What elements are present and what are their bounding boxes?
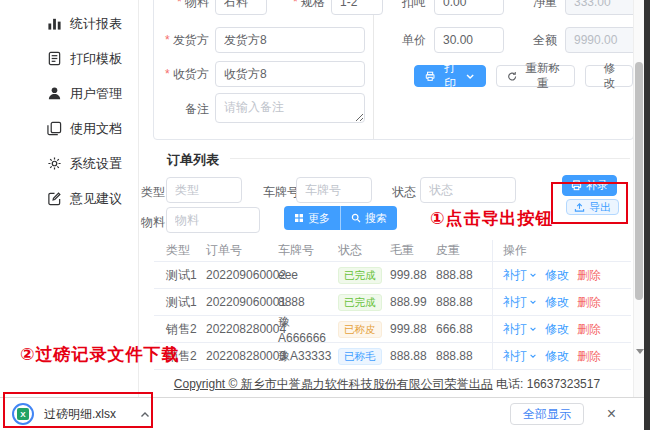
bar-chart-icon	[47, 16, 62, 31]
print-button[interactable]: 打印	[414, 65, 486, 87]
documents-icon	[47, 121, 62, 136]
filter-status-label: 状态	[392, 184, 416, 201]
reprint-link[interactable]: 补打	[503, 294, 537, 311]
modify-order-button[interactable]: 修改	[585, 65, 633, 87]
form-column-divider	[373, 0, 374, 139]
reprint-link[interactable]: 补打	[503, 321, 537, 338]
delete-link[interactable]: 删除	[577, 348, 601, 365]
material-input[interactable]	[215, 0, 267, 15]
net-weight-label: 净重	[527, 0, 557, 11]
search-button[interactable]: 搜索	[340, 206, 397, 230]
col-header: 车牌号	[278, 242, 338, 259]
sidebar-item-docs[interactable]: 使用文档	[0, 111, 138, 146]
more-button[interactable]: 更多	[284, 206, 340, 230]
printer-icon	[425, 71, 435, 82]
refresh-icon	[507, 71, 517, 82]
order-table: 类型 订单号 车牌号 状态 毛重 皮重 操作 测试1 202209060002 …	[154, 240, 631, 370]
filter-status-input[interactable]	[420, 177, 516, 203]
remark-textarea[interactable]	[215, 93, 365, 123]
upload-icon	[574, 202, 585, 213]
filter-material-label: 物料	[141, 214, 165, 231]
unit-price-label: 单价	[394, 32, 426, 49]
reweigh-button[interactable]: 重新称重	[496, 65, 575, 87]
delete-link[interactable]: 删除	[577, 321, 601, 338]
user-icon	[47, 86, 62, 101]
sidebar-item-label: 统计报表	[70, 15, 122, 33]
modify-link[interactable]: 修改	[545, 267, 569, 284]
section-divider	[230, 158, 630, 159]
col-header: 皮重	[436, 242, 492, 259]
sidebar-item-user-management[interactable]: 用户管理	[0, 76, 138, 111]
weighing-software-window: 统计报表 打印模板 用户管理 使用文档 系统设置 意见建议 物料 规格	[0, 0, 650, 430]
search-icon	[351, 213, 361, 223]
sidebar-item-label: 系统设置	[70, 155, 122, 173]
unit-price-input[interactable]	[434, 27, 504, 53]
window-edge	[644, 0, 650, 430]
col-header: 订单号	[206, 242, 278, 259]
sidebar-item-feedback[interactable]: 意见建议	[0, 181, 138, 216]
col-header: 状态	[338, 242, 390, 259]
chevron-up-icon[interactable]	[140, 411, 150, 418]
chevron-down-icon	[465, 71, 475, 82]
filter-plate-input[interactable]	[296, 177, 372, 203]
total-input	[565, 27, 639, 53]
sender-input[interactable]	[215, 27, 365, 53]
col-header: 操作	[492, 240, 631, 261]
modify-link[interactable]: 修改	[545, 294, 569, 311]
sender-label: 发货方	[164, 32, 209, 49]
sidebar: 统计报表 打印模板 用户管理 使用文档 系统设置 意见建议	[0, 0, 139, 397]
status-badge: 已称皮	[338, 321, 382, 338]
spec-label: 规格	[283, 0, 325, 11]
export-button[interactable]: 导出	[566, 199, 619, 215]
sidebar-item-statistics[interactable]: 统计报表	[0, 6, 138, 41]
sidebar-item-print-template[interactable]: 打印模板	[0, 41, 138, 76]
receiver-label: 收货方	[164, 66, 209, 83]
reprint-link[interactable]: 补打	[503, 267, 537, 284]
scroll-down-arrow-icon[interactable]	[636, 349, 644, 354]
show-all-downloads-button[interactable]: 全部显示	[510, 403, 584, 425]
table-header-row: 类型 订单号 车牌号 状态 毛重 皮重 操作	[154, 240, 631, 262]
material-label: 物料	[164, 0, 209, 11]
filter-type-input[interactable]	[166, 177, 242, 203]
col-header: 毛重	[390, 242, 436, 259]
filter-material-input[interactable]	[166, 207, 260, 233]
copyright-link[interactable]: Copyright © 新乡市中誉鼎力软件科技股份有限公司荣誉出品	[174, 377, 493, 391]
total-label: 全额	[527, 32, 557, 49]
feedback-icon	[47, 191, 62, 206]
delete-link[interactable]: 删除	[577, 267, 601, 284]
phone-text: 电话: 16637323517	[496, 377, 600, 391]
modify-link[interactable]: 修改	[545, 321, 569, 338]
chevron-down-icon	[529, 352, 537, 360]
spec-input[interactable]	[331, 0, 383, 15]
chevron-down-icon	[529, 325, 537, 333]
print-template-icon	[47, 51, 62, 66]
chevron-down-icon	[529, 298, 537, 306]
modify-link[interactable]: 修改	[545, 348, 569, 365]
receiver-input[interactable]	[215, 61, 365, 87]
status-badge: 已称毛	[338, 348, 382, 365]
order-list-title: 订单列表	[167, 151, 219, 169]
excel-file-icon: X	[12, 403, 34, 425]
copyright-bar: Copyright © 新乡市中誉鼎力软件科技股份有限公司荣誉出品 电话: 16…	[140, 376, 634, 393]
sidebar-item-label: 意见建议	[70, 190, 122, 208]
vertical-scrollbar[interactable]	[633, 0, 644, 397]
scrollbar-thumb[interactable]	[635, 62, 643, 300]
table-row: 销售2 202208280003 豫A33333 已称毛 888.88 888.…	[154, 343, 631, 370]
annotation-step1: ①点击导出按钮	[430, 207, 553, 230]
filter-button-group: 更多 搜索	[284, 206, 397, 230]
annotation-step2: ②过磅记录文件下载	[20, 343, 179, 366]
status-badge: 已完成	[338, 294, 382, 311]
close-download-bar-icon[interactable]: ×	[607, 404, 616, 424]
table-row: 销售2 202208280004 豫A666666 已称皮 999.88 666…	[154, 316, 631, 343]
sidebar-item-label: 打印模板	[70, 50, 122, 68]
table-row: 测试1 202209060001 8888 已完成 888.99 888.88 …	[154, 289, 631, 316]
download-filename: 过磅明细.xlsx	[44, 406, 116, 423]
table-row: 测试1 202209060002 eee 已完成 999.88 888.88 补…	[154, 262, 631, 289]
supplement-record-button[interactable]: 补录	[562, 175, 617, 196]
deduct-input[interactable]	[434, 0, 504, 15]
sidebar-item-settings[interactable]: 系统设置	[0, 146, 138, 181]
delete-link[interactable]: 删除	[577, 294, 601, 311]
remark-label: 备注	[164, 101, 209, 118]
download-item[interactable]: X 过磅明细.xlsx	[12, 403, 150, 425]
reprint-link[interactable]: 补打	[503, 348, 537, 365]
